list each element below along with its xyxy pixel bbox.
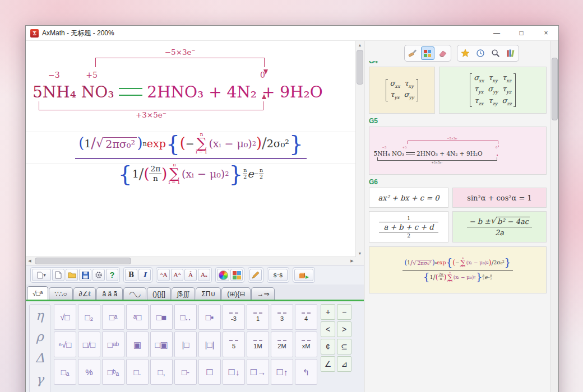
operator-cell[interactable]: − (337, 304, 351, 320)
inline-math-button[interactable]: $·$ (269, 269, 288, 281)
operator-cell[interactable]: ∠ (321, 356, 335, 372)
template-cell[interactable]: ☐↑ (271, 359, 293, 385)
scroll-down-arrow[interactable]: ▼ (356, 249, 364, 257)
template-cell[interactable]: 1M (247, 332, 269, 357)
format-brush-button[interactable] (406, 46, 419, 60)
palette-tab[interactable]: ∫$∭ (172, 287, 196, 300)
title-bar[interactable]: Σ AxMath - 无标题 - 200% — □ × (26, 26, 558, 41)
close-button[interactable]: × (534, 26, 558, 40)
template-cell[interactable]: ☐ (198, 359, 221, 385)
template-cell[interactable]: 4 (295, 304, 317, 330)
template-cell[interactable]: □ᵃ (102, 304, 124, 330)
insert-object-button[interactable] (294, 269, 313, 281)
palette-tab[interactable]: (⊞){⊟ (221, 287, 251, 300)
equation-canvas[interactable]: −5×3e⁻ −3 +5 0 5NH₄ NO₃2HNO₃ + 4N₂ + 9H₂… (26, 41, 356, 257)
statistics-equation-block[interactable]: (1∕√2πσ₀²)n exp{(−n∑i = 1(xᵢ − μ₀)2)∕2σ₀… (26, 132, 356, 185)
operator-cell[interactable]: ¢ (321, 339, 335, 354)
accent-button[interactable]: Â (184, 269, 197, 281)
library-scroll-thumb[interactable] (552, 58, 558, 120)
favorites-button[interactable] (459, 46, 472, 60)
template-cell[interactable]: □- (174, 359, 197, 385)
recent-symbol[interactable]: ρ (31, 326, 48, 347)
template-cell[interactable]: ⁿ√□ (54, 332, 76, 357)
operator-cell[interactable]: < (321, 321, 335, 337)
color-palette-button[interactable] (230, 269, 243, 281)
template-cell[interactable]: □₂ (78, 304, 100, 330)
library-scrollbar[interactable] (550, 41, 558, 392)
palette-tab[interactable]: ∂∠ℓ (73, 287, 96, 300)
template-cell[interactable]: |□ (174, 332, 197, 357)
gallery-item-statistics-formula[interactable]: (1∕√2πσ₀²)n exp{(−n∑i = 1(xᵢ − μ₀)2)∕2σ₀… (369, 246, 547, 293)
template-cell[interactable]: □ᵃᵇ (102, 332, 124, 357)
horizontal-scroll-thumb[interactable] (35, 258, 131, 264)
canvas-horizontal-scrollbar[interactable]: ◀ ▶ (26, 256, 356, 265)
draw-pen-button[interactable] (249, 269, 262, 281)
template-cell[interactable]: % (78, 359, 100, 385)
paste-dropdown-button[interactable]: ▾ (32, 269, 51, 281)
recent-button[interactable] (474, 46, 487, 60)
minimize-button[interactable]: — (484, 26, 509, 40)
library-grid-button[interactable] (421, 46, 434, 60)
bold-button[interactable]: B (125, 269, 137, 281)
template-cell[interactable]: |□| (198, 332, 221, 357)
eraser-button[interactable] (436, 46, 450, 60)
palette-tab[interactable]: ◠◡ (123, 287, 146, 300)
italic-button[interactable]: I (138, 269, 151, 281)
gallery-item-quadratic-formula[interactable]: − b ± √b² − 4ac 2a (452, 211, 547, 242)
template-cell[interactable]: 2M (271, 332, 293, 357)
palette-tab[interactable]: ∵∴○ (49, 287, 73, 300)
help-button[interactable]: ? (106, 269, 118, 281)
palette-tab[interactable]: â ä ã (96, 287, 123, 300)
chemistry-equation[interactable]: −5×3e⁻ −3 +5 0 5NH₄ NO₃2HNO₃ + 4N₂ + 9H₂… (33, 49, 346, 120)
operator-cell[interactable]: > (337, 321, 351, 337)
recent-symbol[interactable]: η (31, 305, 48, 326)
new-document-button[interactable] (52, 269, 64, 281)
settings-button[interactable] (92, 269, 105, 281)
open-file-button[interactable] (66, 269, 78, 281)
operator-cell[interactable]: ⊿ (337, 356, 351, 372)
template-cell[interactable]: -3 (223, 304, 245, 330)
palette-tab[interactable]: →⇒ (251, 287, 275, 300)
gallery-item-chemistry-equation[interactable]: −5×3e⁻ −3 +5 0 5NH₄ NO₃2HNO₃ + 4N₂ + 9H₂… (369, 127, 547, 175)
template-cell[interactable]: ☐→ (247, 359, 269, 385)
recent-symbol[interactable]: Δ (31, 347, 48, 368)
palette-tab[interactable]: (){}[] (147, 287, 171, 300)
palette-tab[interactable]: √□ᵃ (27, 286, 48, 300)
save-button[interactable] (79, 269, 91, 281)
template-cell[interactable]: 5 (223, 332, 245, 357)
scroll-right-arrow[interactable]: ▶ (348, 257, 356, 265)
library-books-button[interactable] (504, 46, 517, 60)
canvas-vertical-scrollbar[interactable]: ▲ ▼ (355, 41, 364, 257)
template-cell[interactable]: □. (126, 359, 149, 385)
maximize-button[interactable]: □ (509, 26, 534, 40)
gallery-item-stress-matrix-2x2[interactable]: σxxτxyτyxσyy (369, 67, 435, 114)
template-cell[interactable]: ▣ (126, 332, 149, 357)
template-cell[interactable]: □, (150, 359, 173, 385)
scroll-up-arrow[interactable]: ▲ (356, 41, 364, 49)
recent-symbols-strip[interactable]: ηρΔγ (29, 304, 50, 392)
scroll-left-arrow[interactable]: ◀ (26, 257, 34, 265)
operator-cell[interactable]: + (321, 304, 335, 320)
operator-cell[interactable]: ⊆ (337, 339, 351, 354)
template-cell[interactable]: ᵃ□ (126, 304, 149, 330)
vertical-scroll-thumb[interactable] (357, 50, 363, 85)
template-cell[interactable]: ☐↓ (223, 359, 245, 385)
gallery-item-trig-identity[interactable]: sin²α + cos²α = 1 (452, 188, 547, 208)
gallery-item-quadratic-equation[interactable]: ax² + bx + c = 0 (369, 188, 448, 208)
template-cell[interactable]: ↰ (295, 359, 317, 385)
template-cell[interactable]: 3 (271, 304, 293, 330)
template-cell[interactable]: √□ (54, 304, 76, 330)
template-cell[interactable]: □ᵇₐ (102, 359, 124, 385)
template-cell[interactable]: □▣ (150, 332, 173, 357)
subscript-button[interactable]: Aₐ (198, 269, 210, 281)
gallery-item-stress-matrix-3x3[interactable]: σxxτxyτxzτyxσyyτyzτzxτzyσzz (439, 67, 547, 114)
template-cell[interactable]: □ₐ (54, 359, 76, 385)
template-cell[interactable]: □‥ (174, 304, 197, 330)
search-button[interactable] (489, 46, 502, 60)
palette-tab[interactable]: ΣΠ∪ (196, 287, 221, 300)
template-cell[interactable]: □/□ (78, 332, 100, 357)
gallery-item-brace-sum[interactable]: 1 a + b + c + d 2 (369, 211, 448, 242)
template-cell[interactable]: xM (295, 332, 317, 357)
pre-superscript-button[interactable]: ᴬA (158, 269, 170, 281)
template-cell[interactable]: □▪ (198, 304, 221, 330)
